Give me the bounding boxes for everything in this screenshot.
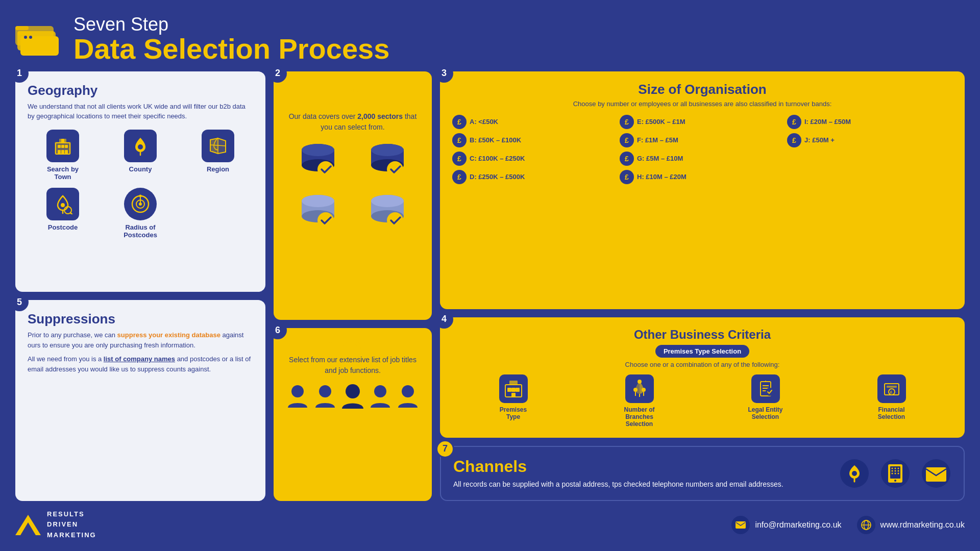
svg-point-82 [894,480,896,482]
svg-rect-10 [58,145,61,148]
db-icon-1 [295,139,341,185]
footer-contact: info@rdmarketing.co.uk www.rdmarketing.c… [731,516,965,534]
other-title: Other Business Criteria [452,328,952,342]
financial-icon: £ [883,380,901,398]
svg-point-33 [317,161,334,178]
geo-county: County [105,130,176,181]
footer-email: info@rdmarketing.co.uk [731,516,841,534]
svg-point-86 [892,470,893,471]
svg-point-88 [898,470,899,471]
other-business-card: 4 Other Business Criteria Premises Type … [440,317,965,438]
svg-point-37 [371,144,404,156]
pound-icon-h: £ [620,170,634,184]
svg-rect-55 [507,388,511,392]
pound-icon-b: £ [452,133,467,147]
geo-region: Region [183,130,253,181]
svg-rect-56 [516,388,520,392]
svg-point-48 [387,212,403,229]
other-badge-center: Premises Type Selection [452,345,952,361]
suppressions-body: Prior to any purchase, we can suppress y… [28,330,253,374]
suppressions-title: Suppressions [28,311,253,327]
page: Seven Step Data Selection Process 1 Geog… [0,0,980,551]
svg-point-6 [24,36,27,39]
channels-card: 7 Channels All records can be supplied w… [440,446,965,501]
geo-region-label: Region [207,165,229,173]
size-org-card: 3 Size of Organisation Choose by number … [440,71,965,309]
legal-icon-box [751,374,780,403]
radius-icon [130,194,151,214]
svg-point-32 [302,144,334,156]
middle-column: 2 IndustrySectors Our data covers over 2… [274,71,432,501]
header-icon [15,21,61,57]
criteria-financial-label: FinancialSelection [878,406,905,420]
svg-rect-11 [65,145,68,148]
size-grid: £ A: <£50K £ E: £500K – £1M £ I: £20M – … [452,115,952,184]
geo-search-by-town: Search byTown [28,130,98,181]
geo-postcode-icon-box [46,188,79,220]
company-list-link: list of company names [104,355,175,363]
footer-logo: RESULTSDRIVENMARKETING [15,509,96,541]
svg-rect-58 [511,393,516,397]
svg-point-77 [852,471,857,476]
svg-point-50 [319,385,331,397]
pound-icon-i: £ [787,115,801,129]
envelope-icon [736,521,746,529]
person-1-icon [286,383,309,410]
svg-point-18 [138,144,143,149]
svg-point-28 [139,194,142,197]
svg-point-85 [898,467,899,469]
svg-point-52 [374,385,386,397]
geo-town-label: Search byTown [47,165,79,181]
db-icons-grid [286,139,420,236]
criteria-premises: PremisesType [452,374,574,420]
footer-logo-text: RESULTSDRIVENMARKETING [47,509,96,541]
channels-desc: All records can be supplied with a posta… [453,479,829,490]
svg-point-60 [633,388,638,392]
svg-rect-15 [61,150,64,154]
svg-rect-59 [509,381,518,385]
branches-icon-box [625,374,654,403]
person-5-icon [396,383,420,410]
suppress-para1: Prior to any purchase, we can suppress y… [28,330,253,350]
criteria-branches: Number ofBranchesSelection [578,374,700,428]
main-grid: 1 Geography We understand that not all c… [15,71,965,501]
channels-text: Channels All records can be supplied wit… [453,457,829,490]
other-desc: Choose one or a combination of any of th… [452,361,952,368]
contacts-card: 6 Contacts Select from our extensive lis… [274,328,432,500]
size-item-j: £ J: £50M + [787,133,952,147]
svg-point-51 [346,384,360,398]
svg-point-49 [291,385,304,397]
svg-point-91 [898,472,899,474]
criteria-premises-label: PremisesType [500,406,527,420]
svg-point-42 [302,195,334,207]
industry-card: 2 IndustrySectors Our data covers over 2… [274,71,432,320]
size-item-a: £ A: <£50K [452,115,618,129]
contacts-title: Contacts [286,338,420,352]
criteria-icons: PremisesType [452,374,952,428]
step-2-badge: 2 [268,64,287,83]
channels-title: Channels [453,457,829,476]
db-icon-2 [364,139,410,185]
step-7-badge: 7 [436,440,454,458]
right-column: 3 Size of Organisation Choose by number … [440,71,965,501]
svg-rect-5 [15,26,29,30]
location-channel-icon [839,458,870,489]
size-item-c: £ C: £100K – £250K [452,152,618,166]
svg-point-20 [61,203,65,207]
svg-point-84 [895,467,896,469]
svg-point-7 [29,36,32,39]
premises-icon-box [499,374,528,403]
svg-point-87 [895,470,896,471]
legal-icon [756,380,775,398]
premises-icon [504,380,523,398]
size-item-f: £ F: £1M – £5M [620,133,785,147]
suppress-para2: All we need from you is a list of compan… [28,354,253,374]
branches-icon [630,380,649,398]
criteria-legal: Legal EntitySelection [704,374,826,420]
svg-rect-17 [61,139,64,143]
size-item-e: £ E: £500K – £1M [620,115,785,129]
person-3-icon [341,383,364,410]
geo-region-icon-box [202,130,234,162]
svg-point-83 [892,467,893,469]
geography-card: 1 Geography We understand that not all c… [15,71,265,292]
